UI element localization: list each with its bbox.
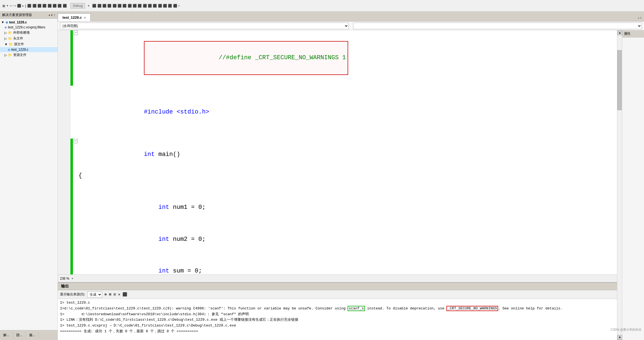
folder-icon-headers: 📁 bbox=[8, 37, 12, 41]
code-num2-decl: num2 = 0; bbox=[173, 236, 206, 243]
root-file-icon: ◈ bbox=[6, 20, 8, 24]
sidebar-item-label-resources: 资源文件 bbox=[13, 53, 26, 57]
sidebar-tree[interactable]: ▼ ◈ test_1229.c ◈ test_1229.c.vcxproj.fi… bbox=[0, 19, 58, 330]
sidebar-item-label-headers: 头文件 bbox=[13, 36, 23, 41]
sidebar-item-main-file[interactable]: ◈ test_1229.c bbox=[0, 47, 58, 52]
code-cell-9: int num2 = 0; bbox=[78, 223, 617, 255]
output-line-5: 1> test_1229.c.vcxproj → D:\C_code\01_fi… bbox=[60, 323, 615, 329]
collapse-7 bbox=[73, 181, 78, 192]
attribute-panel: 属性 bbox=[622, 30, 644, 340]
sidebar-header: 解决方案资源管理器 ▪ × ↑ bbox=[0, 12, 58, 19]
output-toolbar-icon-4[interactable]: ✕ bbox=[118, 292, 120, 297]
line-number-6 bbox=[58, 171, 70, 181]
code-line-4 bbox=[58, 128, 617, 139]
code-open-brace: { bbox=[78, 172, 82, 179]
collapse-1[interactable]: − bbox=[73, 30, 78, 86]
folder-icon-external: 📁 bbox=[8, 31, 12, 35]
code-line-9: int num2 = 0; bbox=[58, 223, 617, 255]
sidebar-bottom-tabs: 解... 团... 服... bbox=[0, 330, 58, 340]
code-include-kw: #include bbox=[144, 109, 173, 115]
editor-scrollable[interactable]: − //#define _CRT_SECURE_NO_WARNINGS 1 bbox=[58, 30, 617, 274]
output-line-3: 1> d:\lestoredownload\software\vs2010\vc… bbox=[60, 312, 615, 317]
collapse-8 bbox=[73, 192, 78, 224]
scroll-up-btn[interactable]: ▲ bbox=[617, 30, 622, 35]
green-bar-7 bbox=[70, 181, 73, 192]
sidebar: 解决方案资源管理器 ▪ × ↑ ▼ ◈ test_1229.c ◈ test_1… bbox=[0, 12, 58, 340]
sidebar-item-sources[interactable]: ▼ 📁 源文件 bbox=[0, 41, 58, 47]
tab-main-file[interactable]: test_1229.c × bbox=[58, 14, 91, 21]
output-panel: 输出 显示输出来源(S): 生成 ⊕ ⊞ ⊟ ✕ ⬛ 1> test_1229.… bbox=[58, 282, 617, 340]
zoom-value: 236 % bbox=[60, 277, 69, 280]
toggle-sources: ▼ bbox=[4, 42, 8, 46]
root-toggle-icon: ▼ bbox=[1, 20, 4, 24]
toggle-external: ▷ bbox=[4, 31, 7, 35]
output-toolbar: 显示输出来源(S): 生成 ⊕ ⊞ ⊟ ✕ ⬛ bbox=[58, 290, 617, 299]
code-cell-6: { bbox=[78, 171, 617, 181]
code-line-7 bbox=[58, 181, 617, 192]
code-cell-1: //#define _CRT_SECURE_NO_WARNINGS 1 bbox=[78, 30, 617, 86]
sidebar-tab-service[interactable]: 服... bbox=[26, 332, 39, 339]
line-number-4 bbox=[58, 128, 70, 139]
code-cell-5: int main() bbox=[78, 139, 617, 171]
sidebar-tab-solution[interactable]: 解... bbox=[0, 332, 13, 339]
tab-close-button[interactable]: × bbox=[84, 16, 86, 19]
output-toolbar-icon-1[interactable]: ⊕ bbox=[104, 292, 107, 297]
code-line-3: #include <stdio.h> bbox=[58, 96, 617, 128]
code-area-wrapper: − //#define _CRT_SECURE_NO_WARNINGS 1 bbox=[58, 30, 644, 340]
folder-icon-sources: 📁 bbox=[9, 42, 13, 46]
output-line-1: 1> test_1229.c bbox=[60, 300, 615, 306]
line-number-10 bbox=[58, 255, 70, 275]
code-cell-8: int num1 = 0; bbox=[78, 192, 617, 224]
scroll-track[interactable] bbox=[617, 35, 622, 335]
toggle-resources: ▷ bbox=[4, 53, 7, 57]
line-number-3 bbox=[58, 96, 70, 128]
output-header: 输出 bbox=[58, 283, 617, 290]
toolbar: ▣ ✦ ↩ ↪ ⬛ ▸ ‖ ⬛ ⬛ ⬛ ⬛ ⬛ ⬛ ⬛ ⬛ Debug ▾ ⬛ … bbox=[0, 0, 644, 12]
editor-main: − //#define _CRT_SECURE_NO_WARNINGS 1 bbox=[58, 30, 617, 340]
scanf-s-highlight: scanf_s bbox=[348, 306, 365, 311]
green-bar-3 bbox=[70, 96, 73, 128]
scroll-down-btn[interactable]: ▼ bbox=[617, 335, 622, 340]
scroll-thumb[interactable] bbox=[617, 50, 622, 110]
output-toolbar-icon-2[interactable]: ⊞ bbox=[109, 292, 111, 297]
output-source-select[interactable]: 生成 bbox=[87, 292, 102, 298]
debug-label[interactable]: Debug bbox=[70, 3, 85, 9]
tab-bar: test_1229.c × ▸▾ bbox=[58, 12, 644, 21]
sidebar-item-label-external: 外部依赖项 bbox=[13, 30, 30, 35]
code-num1-decl: num1 = 0; bbox=[173, 204, 206, 211]
sidebar-item-vcxproj[interactable]: ◈ test_1229.c.vcxproj.filters bbox=[0, 25, 58, 30]
tab-bar-right-controls: ▸▾ bbox=[636, 15, 644, 21]
zoom-dropdown-icon[interactable]: ▾ bbox=[72, 277, 73, 280]
sidebar-item-external[interactable]: ▷ 📁 外部依赖项 bbox=[0, 30, 58, 36]
output-toolbar-icon-5[interactable]: ⬛ bbox=[122, 292, 127, 297]
green-bar-6 bbox=[70, 171, 73, 181]
watermark: CSDN @爱分享的米佳 bbox=[611, 328, 641, 332]
sidebar-tab-team[interactable]: 团... bbox=[13, 332, 26, 339]
line-number-5 bbox=[58, 139, 70, 171]
sidebar-item-label-main: test_1229.c bbox=[11, 48, 28, 52]
tab-label: test_1229.c bbox=[62, 15, 82, 20]
green-bar-1 bbox=[70, 30, 73, 86]
vertical-scrollbar[interactable]: ▲ ▼ bbox=[617, 30, 622, 340]
scope-select[interactable]: (全局范围) bbox=[60, 23, 349, 29]
sidebar-controls: ▪ × ↑ bbox=[49, 13, 55, 17]
code-int1-kw: int bbox=[158, 204, 169, 211]
output-toolbar-icon-3[interactable]: ⊟ bbox=[113, 292, 116, 297]
sidebar-root-item[interactable]: ▼ ◈ test_1229.c bbox=[0, 20, 58, 25]
collapse-2 bbox=[73, 86, 78, 96]
file-icon-main: ◈ bbox=[8, 48, 10, 52]
sidebar-item-headers[interactable]: ▷ 📁 头文件 bbox=[0, 36, 58, 41]
scope-select-secondary[interactable] bbox=[353, 23, 642, 29]
code-int-kw: int bbox=[144, 151, 155, 158]
sidebar-item-resources[interactable]: ▷ 📁 资源文件 bbox=[0, 52, 58, 58]
code-table: − //#define _CRT_SECURE_NO_WARNINGS 1 bbox=[58, 30, 617, 274]
collapse-5[interactable]: − bbox=[73, 139, 78, 171]
toggle-headers: ▷ bbox=[4, 37, 7, 41]
code-cell-10: int sum = 0; bbox=[78, 255, 617, 275]
green-bar-9 bbox=[70, 223, 73, 255]
green-bar-8 bbox=[70, 192, 73, 224]
sidebar-item-label-sources: 源文件 bbox=[14, 42, 24, 47]
collapse-9 bbox=[73, 223, 78, 255]
code-comment-define: //#define _CRT_SECURE_NO_WARNINGS 1 bbox=[219, 54, 346, 61]
line-number-1 bbox=[58, 30, 70, 86]
